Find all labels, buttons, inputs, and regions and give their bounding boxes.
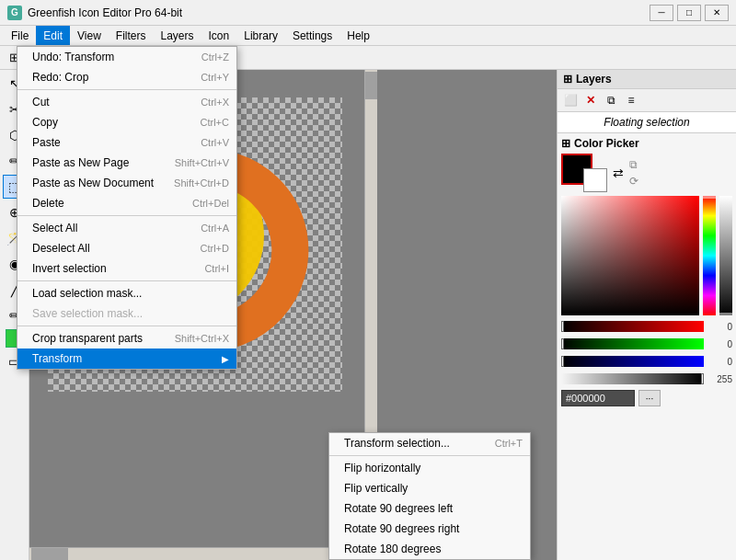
separator-2 bbox=[17, 215, 236, 216]
submenu-flip-h[interactable]: Flip horizontally bbox=[329, 458, 530, 478]
menu-bar: File Edit View Filters Layers Icon Libra… bbox=[0, 26, 736, 46]
alpha-thumb bbox=[719, 313, 732, 315]
menu-filters[interactable]: Filters bbox=[109, 26, 154, 45]
floating-selection-row[interactable]: Floating selection bbox=[558, 112, 736, 132]
close-button[interactable]: ✕ bbox=[705, 5, 729, 21]
swap-colors-icon[interactable]: ⇄ bbox=[613, 166, 624, 180]
color-gradient-area[interactable] bbox=[561, 196, 732, 315]
menu-crop-transparent[interactable]: Crop transparent parts Shift+Ctrl+X bbox=[17, 328, 236, 349]
alpha-thumb-h bbox=[701, 373, 704, 384]
layer-menu-btn[interactable]: ≡ bbox=[622, 91, 640, 109]
layer-duplicate-btn[interactable]: ⧉ bbox=[602, 91, 620, 109]
menu-file[interactable]: File bbox=[4, 26, 36, 45]
color-overlay bbox=[561, 196, 699, 315]
menu-load-mask[interactable]: Load selection mask... bbox=[17, 283, 236, 303]
layers-expand-icon[interactable]: ⊞ bbox=[563, 73, 572, 86]
submenu-rotate-180[interactable]: Rotate 180 degrees bbox=[329, 539, 530, 559]
title-bar: G Greenfish Icon Editor Pro 64-bit ─ □ ✕ bbox=[0, 0, 736, 26]
submenu-sep-1 bbox=[329, 455, 530, 456]
menu-select-all[interactable]: Select All Ctrl+A bbox=[17, 218, 236, 238]
alpha-value: 255 bbox=[707, 374, 732, 384]
menu-icon[interactable]: Icon bbox=[201, 26, 237, 45]
blue-slider-row: 0 bbox=[561, 354, 732, 369]
submenu-rotate-right[interactable]: Rotate 90 degrees right bbox=[329, 519, 530, 539]
edit-dropdown: Undo: Transform Ctrl+Z Redo: Crop Ctrl+Y… bbox=[17, 46, 237, 370]
app-icon: G bbox=[7, 6, 22, 20]
layers-title: Layers bbox=[576, 73, 612, 86]
maximize-button[interactable]: □ bbox=[677, 5, 701, 21]
separator-3 bbox=[17, 280, 236, 281]
hue-thumb bbox=[703, 196, 716, 199]
scrollbar-thumb-h[interactable] bbox=[31, 548, 68, 560]
bg-color-swatch[interactable] bbox=[583, 168, 607, 192]
hex-row: ··· bbox=[561, 390, 732, 406]
menu-library[interactable]: Library bbox=[236, 26, 285, 45]
blue-value: 0 bbox=[707, 357, 732, 367]
menu-settings[interactable]: Settings bbox=[285, 26, 339, 45]
fg-bg-swatches bbox=[561, 154, 607, 192]
blue-slider[interactable] bbox=[561, 356, 704, 367]
blue-thumb bbox=[561, 356, 564, 367]
red-thumb bbox=[561, 321, 564, 332]
alpha-slider-row: 255 bbox=[561, 371, 732, 386]
layer-delete-btn[interactable]: ✕ bbox=[581, 91, 600, 109]
separator-1 bbox=[17, 89, 236, 90]
separator-4 bbox=[17, 326, 236, 326]
color-swatches: ⇄ ⧉ ⟳ bbox=[561, 154, 732, 192]
layer-new-btn[interactable]: ⬜ bbox=[561, 91, 580, 109]
menu-deselect-all[interactable]: Deselect All Ctrl+D bbox=[17, 238, 236, 258]
menu-save-mask[interactable]: Save selection mask... bbox=[17, 303, 236, 324]
menu-edit[interactable]: Edit bbox=[36, 26, 70, 45]
menu-invert-selection[interactable]: Invert selection Ctrl+I bbox=[17, 258, 236, 279]
transparent-icon[interactable]: ⧉ bbox=[629, 158, 638, 171]
menu-paste[interactable]: Paste Ctrl+V bbox=[17, 132, 236, 153]
menu-view[interactable]: View bbox=[70, 26, 109, 45]
green-thumb bbox=[561, 338, 564, 349]
menu-help[interactable]: Help bbox=[339, 26, 377, 45]
color-picker-header: ⊞ Color Picker bbox=[561, 137, 732, 150]
menu-transform[interactable]: Transform ▶ bbox=[17, 349, 236, 369]
color-reset-icons: ⧉ ⟳ bbox=[629, 158, 638, 188]
floating-selection-label: Floating selection bbox=[604, 116, 689, 129]
submenu-flip-v[interactable]: Flip vertically bbox=[329, 478, 530, 498]
hex-input[interactable] bbox=[561, 390, 635, 406]
app-title: Greenfish Icon Editor Pro 64-bit bbox=[28, 6, 650, 19]
alpha-track[interactable] bbox=[561, 373, 704, 384]
color-picker-panel: ⊞ Color Picker ⇄ ⧉ ⟳ bbox=[558, 133, 736, 560]
menu-undo[interactable]: Undo: Transform Ctrl+Z bbox=[17, 47, 236, 67]
color-picker-expand[interactable]: ⊞ bbox=[561, 137, 570, 150]
layers-toolbar: ⬜ ✕ ⧉ ≡ bbox=[558, 89, 736, 112]
green-slider-row: 0 bbox=[561, 337, 732, 351]
hue-slider[interactable] bbox=[703, 196, 716, 315]
red-value: 0 bbox=[707, 322, 732, 332]
menu-paste-new-page[interactable]: Paste as New Page Shift+Ctrl+V bbox=[17, 153, 236, 173]
transform-submenu: Transform selection... Ctrl+T Flip horiz… bbox=[328, 432, 531, 560]
window-controls: ─ □ ✕ bbox=[650, 5, 729, 21]
swap-icon-2[interactable]: ⟳ bbox=[629, 175, 638, 188]
menu-delete[interactable]: Delete Ctrl+Del bbox=[17, 193, 236, 213]
alpha-slider[interactable] bbox=[719, 196, 732, 315]
color-saturation-value[interactable] bbox=[561, 196, 699, 315]
rgba-sliders: 0 0 0 255 bbox=[561, 319, 732, 386]
hex-more-btn[interactable]: ··· bbox=[638, 390, 661, 406]
menu-cut[interactable]: Cut Ctrl+X bbox=[17, 92, 236, 112]
minimize-button[interactable]: ─ bbox=[650, 5, 673, 21]
submenu-rotate-left[interactable]: Rotate 90 degrees left bbox=[329, 498, 530, 519]
right-panel: ⊞ Layers ⬜ ✕ ⧉ ≡ Floating selection ⊞ Co… bbox=[557, 70, 736, 560]
layers-header: ⊞ Layers bbox=[558, 70, 736, 89]
menu-layers[interactable]: Layers bbox=[154, 26, 201, 45]
red-slider[interactable] bbox=[561, 321, 704, 332]
menu-redo[interactable]: Redo: Crop Ctrl+Y bbox=[17, 67, 236, 87]
menu-copy[interactable]: Copy Ctrl+C bbox=[17, 112, 236, 132]
green-slider[interactable] bbox=[561, 338, 704, 349]
color-picker-title: Color Picker bbox=[574, 137, 639, 150]
submenu-transform-selection[interactable]: Transform selection... Ctrl+T bbox=[329, 433, 530, 453]
canvas-scrollbar-h[interactable]: ◀ bbox=[29, 547, 364, 560]
green-value: 0 bbox=[707, 339, 732, 349]
red-slider-row: 0 bbox=[561, 319, 732, 334]
menu-paste-new-doc[interactable]: Paste as New Document Shift+Ctrl+D bbox=[17, 173, 236, 193]
layers-panel: ⊞ Layers ⬜ ✕ ⧉ ≡ Floating selection bbox=[558, 70, 736, 133]
scrollbar-thumb-v[interactable] bbox=[365, 72, 377, 99]
